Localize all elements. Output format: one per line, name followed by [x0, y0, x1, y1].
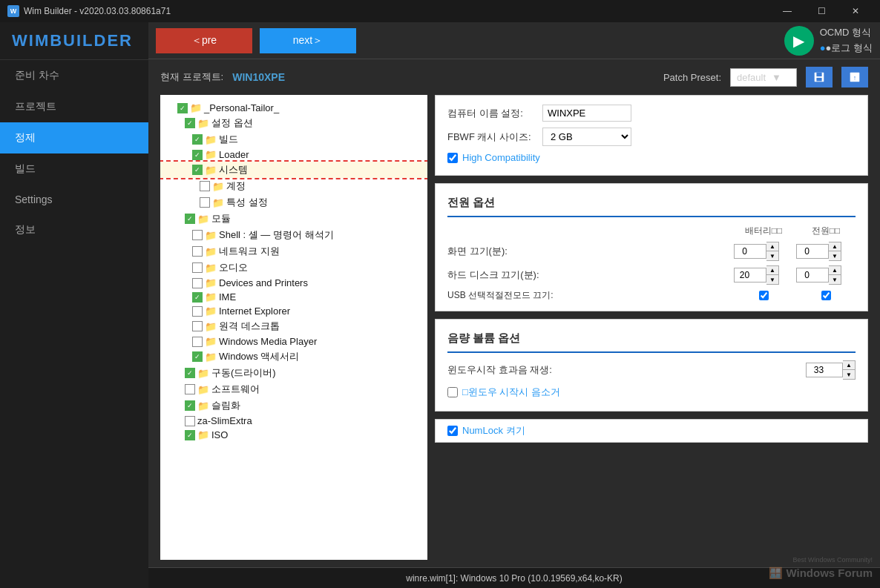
tree-checkbox[interactable] — [185, 214, 195, 224]
sidebar-item-project[interactable]: 프로젝트 — [0, 91, 148, 122]
hdd-battery-down[interactable]: ▼ — [766, 275, 778, 284]
startup-sound-up[interactable]: ▲ — [843, 361, 855, 370]
tree-item[interactable]: 📁Internet Explorer — [160, 304, 427, 318]
tree-checkbox[interactable] — [192, 262, 203, 273]
tree-checkbox[interactable] — [185, 400, 195, 411]
tree-panel[interactable]: 📁_Personal-Tailor_📁설정 옵션📁빌드📁Loader📁시스템📁계… — [160, 95, 427, 560]
maximize-button[interactable]: ☐ — [804, 0, 838, 22]
screen-battery-down[interactable]: ▼ — [766, 251, 778, 260]
folder-icon: 📁 — [205, 230, 217, 241]
tree-checkbox[interactable] — [192, 150, 203, 160]
patch-save-button[interactable] — [806, 67, 833, 87]
tree-item[interactable]: 📁구동(드라이버) — [160, 365, 427, 381]
tree-checkbox[interactable] — [192, 306, 203, 317]
screen-power-down[interactable]: ▼ — [829, 251, 841, 260]
tree-checkbox[interactable] — [192, 351, 203, 362]
tree-item[interactable]: 📁시스템 — [160, 162, 427, 178]
screen-power-input[interactable] — [796, 244, 829, 259]
high-compat-checkbox[interactable] — [447, 153, 458, 163]
tree-checkbox[interactable] — [200, 181, 210, 191]
hdd-battery-up[interactable]: ▲ — [766, 266, 778, 275]
tree-checkbox[interactable] — [200, 197, 210, 208]
tree-checkbox[interactable] — [192, 246, 203, 257]
mute-checkbox[interactable] — [447, 387, 458, 397]
mute-label: □윈도우 시작시 음소거 — [462, 386, 560, 399]
hdd-power-down[interactable]: ▼ — [829, 275, 841, 284]
sidebar-item-settings[interactable]: Settings — [0, 185, 148, 214]
tree-item[interactable]: 📁설정 옵션 — [160, 115, 427, 131]
sidebar: WIMBUILDER 준비 차수 프로젝트 정제 빌드 Settings 정보 — [0, 22, 148, 588]
tree-checkbox[interactable] — [192, 321, 203, 331]
battery-header: 배터리□□ — [734, 225, 793, 237]
tree-item[interactable]: 📁특성 설정 — [160, 194, 427, 211]
pre-button[interactable]: ＜pre — [156, 28, 252, 53]
tree-checkbox[interactable] — [185, 384, 195, 394]
usb-power-checkbox[interactable] — [821, 291, 831, 300]
tree-checkbox[interactable] — [192, 278, 203, 288]
numlock-checkbox[interactable] — [447, 426, 458, 436]
tree-checkbox[interactable] — [185, 118, 195, 128]
numlock-row: NumLock 켜기 — [435, 419, 868, 443]
usb-battery-checkbox[interactable] — [759, 291, 769, 300]
tree-item[interactable]: 📁Windows 액세서리 — [160, 348, 427, 365]
power-section-title: 전원 옵션 — [447, 193, 856, 217]
save-icon — [812, 70, 826, 84]
tree-item[interactable]: 📁Windows Media Player — [160, 334, 427, 348]
tree-item[interactable]: 📁ISO — [160, 428, 427, 442]
tree-item[interactable]: 📁계정 — [160, 178, 427, 194]
minimize-button[interactable]: — — [770, 0, 804, 22]
sidebar-item-info[interactable]: 정보 — [0, 214, 148, 245]
hdd-battery-input[interactable] — [734, 268, 766, 283]
tree-checkbox[interactable] — [192, 337, 203, 347]
tree-item[interactable]: 📁Devices and Printers — [160, 276, 427, 290]
patch-export-button[interactable]: ↑ — [841, 67, 868, 87]
sidebar-item-jeongje[interactable]: 정제 — [0, 122, 148, 153]
tree-item[interactable]: 📁오디오 — [160, 260, 427, 276]
tree-item[interactable]: 📁Shell : 셸 — 명령어 해석기 — [160, 227, 427, 243]
patch-value: default — [737, 72, 766, 83]
computer-name-input[interactable] — [542, 105, 631, 122]
tree-checkbox[interactable] — [185, 416, 195, 426]
screen-power-up[interactable]: ▲ — [829, 242, 841, 251]
tree-item[interactable]: 📁_Personal-Tailor_ — [160, 101, 427, 115]
tree-item-label: 특성 설정 — [226, 196, 268, 209]
tree-checkbox[interactable] — [177, 103, 188, 113]
app-icon: W — [7, 5, 19, 17]
tree-item-label: 모듈 — [211, 212, 231, 225]
computer-name-label: 컴퓨터 이름 설정: — [447, 107, 536, 120]
content-area: 현재 프로젝트: WIN10XPE Patch Preset: default … — [148, 59, 880, 567]
startup-sound-down[interactable]: ▼ — [843, 370, 855, 379]
patch-select[interactable]: default ▼ — [730, 68, 797, 87]
tree-checkbox[interactable] — [192, 134, 203, 145]
hdd-power-up[interactable]: ▲ — [829, 266, 841, 275]
sidebar-item-build[interactable]: 빌드 — [0, 153, 148, 185]
patch-preset-label: Patch Preset: — [663, 72, 721, 83]
hdd-power-input[interactable] — [796, 268, 829, 283]
tree-item[interactable]: 📁네트워크 지원 — [160, 243, 427, 260]
close-button[interactable]: ✕ — [838, 0, 873, 22]
tree-item[interactable]: 📁원격 데스크톱 — [160, 318, 427, 334]
startup-sound-row: 윈도우시작 효과음 재생: ▲ ▼ — [447, 360, 856, 380]
tree-item[interactable]: za-SlimExtra — [160, 414, 427, 428]
hdd-power-spin: ▲ ▼ — [796, 265, 856, 285]
tree-checkbox[interactable] — [192, 292, 203, 303]
tree-item[interactable]: 📁IME — [160, 290, 427, 304]
tree-item[interactable]: 📁소프트웨어 — [160, 381, 427, 397]
screen-battery-up[interactable]: ▲ — [766, 242, 778, 251]
tree-checkbox[interactable] — [185, 430, 195, 440]
next-button[interactable]: next＞ — [260, 28, 356, 53]
tree-item[interactable]: 📁빌드 — [160, 131, 427, 148]
tree-item[interactable]: 📁슬림화 — [160, 397, 427, 414]
sidebar-item-prep[interactable]: 준비 차수 — [0, 60, 148, 91]
tree-item[interactable]: 📁Loader — [160, 148, 427, 162]
fbwf-select[interactable]: 2 GB 1 GB 4 GB — [542, 128, 631, 146]
dot-icon: ● — [820, 42, 826, 53]
tree-checkbox[interactable] — [192, 230, 203, 240]
tree-checkbox[interactable] — [192, 165, 203, 175]
tree-checkbox[interactable] — [185, 368, 195, 378]
screen-battery-input[interactable] — [734, 244, 766, 259]
log-label: ●●로그 형식 — [820, 41, 873, 56]
tree-item-label: 원격 데스크톱 — [219, 320, 280, 333]
startup-sound-input[interactable] — [806, 363, 843, 377]
tree-item[interactable]: 📁모듈 — [160, 211, 427, 227]
